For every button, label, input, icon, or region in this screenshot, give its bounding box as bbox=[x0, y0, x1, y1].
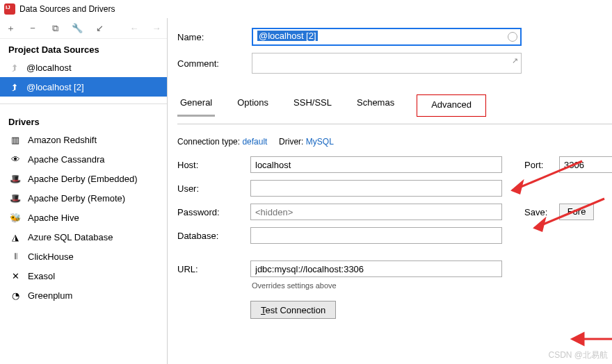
driver-item[interactable]: ✕Exasol bbox=[0, 266, 167, 286]
driver-icon: 👁 bbox=[10, 154, 21, 165]
datasource-item-selected[interactable]: ⮭ @localhost [2] bbox=[0, 77, 167, 97]
tab-advanced[interactable]: Advanced bbox=[417, 94, 486, 117]
svg-marker-5 bbox=[572, 333, 583, 345]
tab-options[interactable]: Options bbox=[234, 94, 271, 117]
driver-label: ClickHouse bbox=[28, 251, 74, 262]
driver-label: Apache Cassandra bbox=[28, 154, 105, 165]
connection-type-link[interactable]: default bbox=[242, 137, 267, 147]
name-input[interactable]: @localhost [2] bbox=[252, 28, 522, 46]
name-label: Name: bbox=[177, 32, 243, 42]
database-input[interactable] bbox=[250, 227, 502, 244]
window-title: Data Sources and Drivers bbox=[19, 4, 115, 14]
details-panel: Name: @localhost [2] Comment: ↗ General … bbox=[168, 18, 612, 364]
driver-label: Greenplum bbox=[28, 290, 72, 301]
comment-label: Comment: bbox=[177, 58, 243, 69]
port-input[interactable] bbox=[559, 156, 612, 173]
tab-sshssl[interactable]: SSH/SSL bbox=[291, 94, 335, 117]
save-label: Save: bbox=[524, 207, 552, 217]
driver-icon: 🎩 bbox=[10, 173, 21, 184]
host-input[interactable] bbox=[250, 156, 502, 173]
driver-icon: ◔ bbox=[10, 290, 21, 301]
drivers-list: ▥Amazon Redshift👁Apache Cassandra🎩Apache… bbox=[0, 130, 167, 364]
driver-icon: 🎩 bbox=[10, 192, 21, 204]
url-input[interactable] bbox=[250, 260, 502, 277]
user-input[interactable] bbox=[250, 180, 502, 197]
driver-label: Exasol bbox=[28, 271, 55, 281]
driver-item[interactable]: ◮Azure SQL Database bbox=[0, 227, 167, 247]
watermark: CSDN @北易航 bbox=[548, 349, 608, 361]
user-label: User: bbox=[177, 183, 243, 194]
host-label: Host: bbox=[177, 160, 243, 170]
sidebar: ＋ − ⧉ 🔧 ↙ ← → Project Data Sources ⮭ @lo… bbox=[0, 18, 168, 364]
password-input[interactable] bbox=[250, 204, 502, 220]
sidebar-toolbar: ＋ − ⧉ 🔧 ↙ ← → bbox=[0, 18, 167, 39]
driver-icon: ◮ bbox=[10, 231, 21, 242]
color-circle-icon[interactable] bbox=[508, 32, 517, 42]
driver-item[interactable]: ⦀ClickHouse bbox=[0, 247, 167, 266]
connection-meta: Connection type: default Driver: MySQL bbox=[177, 131, 612, 149]
driver-label: Apache Derby (Remote) bbox=[28, 193, 125, 204]
import-icon[interactable]: ↙ bbox=[95, 23, 104, 33]
datasource-label: @localhost [2] bbox=[26, 82, 84, 92]
expand-icon[interactable]: ↗ bbox=[512, 56, 518, 65]
tabs: General Options SSH/SSL Schemas Advanced bbox=[177, 92, 612, 117]
driver-item[interactable]: ▥Amazon Redshift bbox=[0, 130, 167, 149]
title-bar: Data Sources and Drivers bbox=[0, 0, 612, 18]
copy-icon[interactable]: ⧉ bbox=[50, 23, 60, 34]
datasource-item[interactable]: ⮭ @localhost bbox=[0, 58, 167, 77]
url-label: URL: bbox=[177, 264, 243, 274]
tab-schemas[interactable]: Schemas bbox=[354, 94, 397, 117]
drivers-header: Drivers bbox=[0, 111, 167, 130]
driver-label: Amazon Redshift bbox=[28, 135, 97, 145]
driver-label: Apache Derby (Embedded) bbox=[28, 174, 138, 184]
datasource-icon: ⮭ bbox=[10, 63, 19, 72]
driver-label: Apache Hive bbox=[28, 213, 79, 223]
remove-icon[interactable]: − bbox=[28, 23, 38, 33]
driver-icon: 🐝 bbox=[10, 212, 21, 223]
wrench-icon[interactable]: 🔧 bbox=[72, 23, 82, 33]
password-label: Password: bbox=[177, 207, 243, 217]
test-connection-button[interactable]: Test Connection bbox=[250, 301, 336, 319]
driver-link[interactable]: MySQL bbox=[306, 137, 334, 147]
forward-icon[interactable]: → bbox=[152, 23, 161, 33]
driver-item[interactable]: 🐝Apache Hive bbox=[0, 208, 167, 227]
database-label: Database: bbox=[177, 231, 243, 241]
driver-label: Azure SQL Database bbox=[28, 232, 113, 242]
driver-item[interactable]: 👁Apache Cassandra bbox=[0, 149, 167, 169]
app-icon bbox=[4, 3, 15, 15]
driver-icon: ⦀ bbox=[10, 251, 21, 262]
add-icon[interactable]: ＋ bbox=[6, 22, 15, 35]
driver-item[interactable]: 🎩Apache Derby (Remote) bbox=[0, 188, 167, 208]
back-icon[interactable]: ← bbox=[129, 23, 139, 33]
datasource-icon: ⮭ bbox=[10, 82, 19, 92]
project-data-sources-header: Project Data Sources bbox=[0, 39, 167, 58]
url-note: Overrides settings above bbox=[252, 281, 612, 290]
driver-item[interactable]: 🎩Apache Derby (Embedded) bbox=[0, 169, 167, 188]
driver-icon: ✕ bbox=[10, 270, 21, 281]
driver-item[interactable]: ◔Greenplum bbox=[0, 286, 167, 305]
datasource-label: @localhost bbox=[26, 63, 72, 73]
divider bbox=[0, 104, 167, 104]
comment-input[interactable]: ↗ bbox=[252, 53, 522, 74]
tab-general[interactable]: General bbox=[177, 94, 215, 117]
driver-icon: ▥ bbox=[10, 134, 21, 145]
port-label: Port: bbox=[524, 160, 552, 170]
save-dropdown[interactable]: Fore bbox=[559, 204, 594, 220]
